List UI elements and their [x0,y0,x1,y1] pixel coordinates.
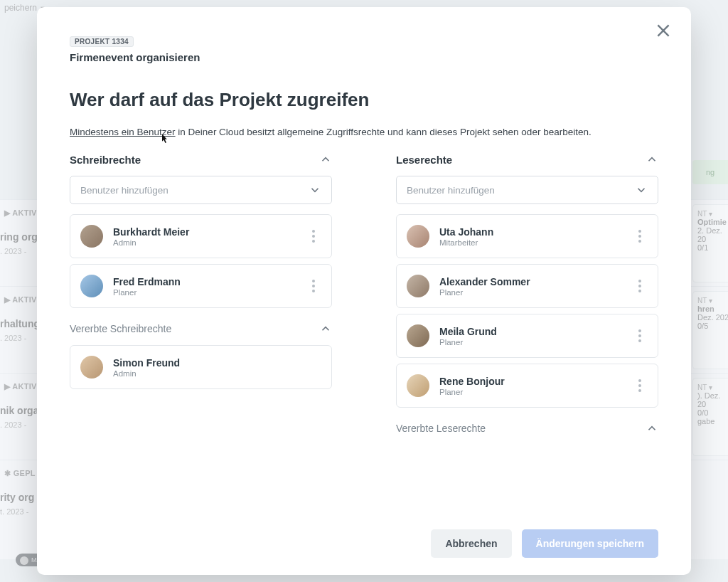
user-role: Planer [113,288,296,297]
user-role: Planer [439,388,622,396]
modal-footer: Abbrechen Änderungen speichern [431,529,658,558]
user-role: Admin [113,238,296,247]
inherited-read-title: Vererbte Leserechte [396,423,486,434]
write-title: Schreibrechte [70,154,141,166]
avatar [80,225,103,248]
user-menu-button[interactable] [306,226,321,247]
avatar [80,275,103,297]
avatar [407,374,429,397]
read-permissions-column: Leserechte Benutzer hinzufügen Uta Johan… [396,153,658,558]
avatar [407,225,429,248]
read-header[interactable]: Leserechte [396,153,658,166]
user-name: Burkhardt Meier [113,226,296,238]
chevron-up-icon [646,422,658,435]
info-rest: in Deiner Cloud besitzt allgemeine Zugri… [176,127,592,137]
user-menu-button[interactable] [632,325,648,346]
user-menu-button[interactable] [632,375,648,396]
write-add-placeholder: Benutzer hinzufügen [80,185,168,196]
info-link[interactable]: Mindestens ein Benutzer [70,127,176,137]
write-permissions-column: Schreibrechte Benutzer hinzufügen Burkha… [70,153,332,558]
user-card: Meila Grund Planer [396,314,658,358]
user-card: Fred Erdmann Planer [70,264,332,308]
read-title: Leserechte [396,154,452,166]
user-card: Uta Johann Mitarbeiter [396,214,658,258]
user-name: Simon Freund [113,357,321,369]
chevron-up-icon [319,153,332,166]
project-badge: PROJEKT 1334 [70,36,134,47]
user-card: Simon Freund Admin [70,345,332,389]
modal-heading: Wer darf auf das Projekt zugreifen [70,89,658,111]
chevron-down-icon [635,184,648,196]
write-add-user[interactable]: Benutzer hinzufügen [70,176,332,204]
user-card: Rene Bonjour Planer [396,364,658,408]
inherited-write-header[interactable]: Vererbte Schreibrechte [70,322,332,335]
avatar [407,324,429,347]
user-role: Admin [113,369,321,378]
user-role: Mitarbeiter [439,238,622,247]
user-role: Planer [439,338,622,346]
save-button[interactable]: Änderungen speichern [522,529,658,558]
close-icon [654,21,673,40]
user-card: Alexander Sommer Planer [396,264,658,308]
inherited-write-title: Vererbte Schreibrechte [70,323,171,334]
inherited-read-header[interactable]: Vererbte Leserechte [396,422,658,435]
close-button[interactable] [654,21,675,43]
write-header[interactable]: Schreibrechte [70,153,332,166]
avatar [407,275,429,297]
user-name: Uta Johann [439,226,622,238]
cancel-button[interactable]: Abbrechen [431,529,511,558]
user-name: Rene Bonjour [439,376,622,387]
project-access-modal: PROJEKT 1334 Firmenevent organisieren We… [37,7,691,575]
project-title: Firmenevent organisieren [70,51,658,63]
user-role: Planer [439,288,622,297]
avatar [80,356,103,379]
info-text: Mindestens ein Benutzer in Deiner Cloud … [70,127,658,137]
user-menu-button[interactable] [632,226,648,247]
chevron-up-icon [319,322,332,335]
chevron-up-icon [646,153,658,166]
user-name: Fred Erdmann [113,276,296,287]
read-add-placeholder: Benutzer hinzufügen [407,185,495,196]
user-menu-button[interactable] [632,275,648,297]
user-name: Meila Grund [439,326,622,337]
read-add-user[interactable]: Benutzer hinzufügen [396,176,658,204]
chevron-down-icon [309,184,321,196]
user-name: Alexander Sommer [439,276,622,287]
user-menu-button[interactable] [306,275,321,297]
user-card: Burkhardt Meier Admin [70,214,332,258]
